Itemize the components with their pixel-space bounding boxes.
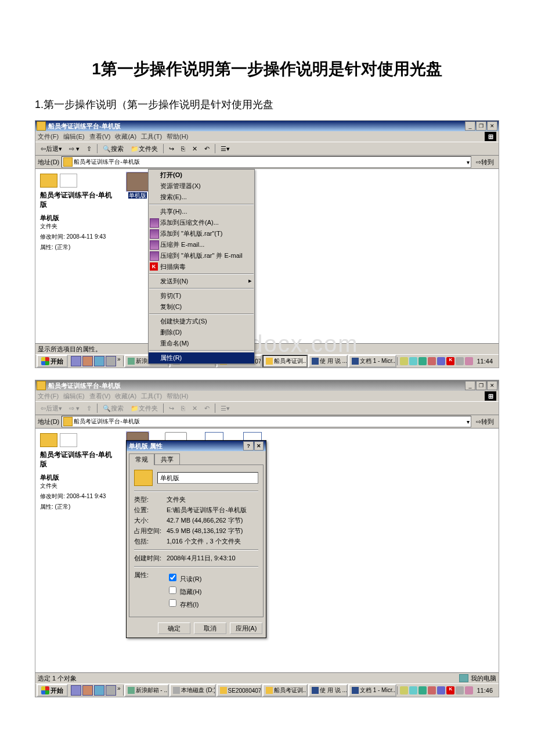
hidden-checkbox[interactable]: 隐藏(H) bbox=[167, 585, 258, 596]
cancel-button[interactable]: 取消 bbox=[194, 622, 226, 634]
tray-icon[interactable] bbox=[409, 686, 417, 694]
views-button: ☰▾ bbox=[218, 402, 233, 414]
close-button[interactable]: ✕ bbox=[254, 441, 264, 451]
tray-icon[interactable] bbox=[428, 686, 436, 694]
taskbar-item[interactable]: SE20080407 bbox=[217, 684, 262, 697]
panel-title: 船员考证训练平台-单机版 bbox=[40, 451, 116, 469]
tray-icon[interactable] bbox=[400, 357, 408, 365]
archive-checkbox[interactable]: 存档(I) bbox=[167, 597, 258, 609]
menu-explorer[interactable]: 资源管理器(X) bbox=[149, 181, 254, 192]
menu-file[interactable]: 文件(F) bbox=[38, 132, 59, 141]
menu-favorites[interactable]: 收藏(A) bbox=[115, 132, 136, 141]
maximize-button[interactable]: ❐ bbox=[476, 121, 486, 131]
ok-button[interactable]: 确定 bbox=[158, 622, 190, 634]
quicklaunch-icon[interactable] bbox=[82, 685, 93, 696]
undo-button[interactable]: ↶ bbox=[201, 143, 212, 154]
up-button[interactable]: ⇧ bbox=[84, 143, 95, 154]
menu-email-rar[interactable]: 压缩到 "单机版.rar" 并 E-mail bbox=[149, 250, 254, 261]
menu-tools: 工具(T) bbox=[141, 392, 162, 401]
address-field: 船员考证训练平台-单机版 ▾ bbox=[62, 416, 471, 427]
menu-cut[interactable]: 剪切(T) bbox=[149, 290, 254, 301]
menu-scan-virus[interactable]: K扫描病毒 bbox=[149, 261, 254, 272]
menu-shortcut[interactable]: 创建快捷方式(S) bbox=[149, 316, 254, 327]
tray-icon[interactable] bbox=[465, 357, 473, 365]
close-button[interactable]: ✕ bbox=[487, 381, 497, 390]
tray-icon[interactable]: K bbox=[446, 357, 454, 365]
taskbar-item[interactable]: 船员考证训... bbox=[262, 355, 308, 368]
taskbar-item[interactable]: 本地磁盘 (D:) bbox=[169, 684, 216, 697]
address-value: 船员考证训练平台-单机版 bbox=[74, 417, 139, 426]
quicklaunch-icon[interactable] bbox=[106, 356, 116, 366]
taskbar-item[interactable]: 船员考证训... bbox=[262, 684, 308, 697]
menu-delete[interactable]: 删除(D) bbox=[149, 327, 254, 338]
back-button[interactable]: ⇦ 后退 ▾ bbox=[38, 143, 65, 154]
menu-sendto[interactable]: 发送到(N)▸ bbox=[149, 276, 254, 287]
quicklaunch-icon[interactable] bbox=[94, 356, 104, 366]
quicklaunch-icon[interactable] bbox=[94, 685, 104, 696]
menu-open[interactable]: 打开(O) bbox=[149, 170, 254, 181]
quicklaunch-icon[interactable] bbox=[71, 685, 81, 696]
tray-icon[interactable] bbox=[400, 686, 408, 694]
quicklaunch-icon[interactable] bbox=[106, 685, 116, 696]
tray-icon[interactable] bbox=[418, 686, 427, 694]
delete-button[interactable]: ✕ bbox=[189, 143, 200, 154]
go-button[interactable]: ⇨转到 bbox=[474, 158, 496, 167]
taskbar-item[interactable]: 新浪邮箱 - ... bbox=[124, 684, 169, 697]
copy-to-button[interactable]: ⎘ bbox=[178, 143, 188, 154]
menu-add-rar[interactable]: 添加到 "单机版.rar"(T) bbox=[149, 228, 254, 239]
folder-item[interactable]: 单机版 bbox=[124, 172, 151, 199]
menu-view[interactable]: 查看(V) bbox=[89, 132, 111, 141]
tray-icon[interactable] bbox=[437, 686, 445, 694]
menu-tools[interactable]: 工具(T) bbox=[141, 132, 162, 141]
minimize-button[interactable]: _ bbox=[465, 381, 475, 390]
move-to-button[interactable]: ↪ bbox=[166, 143, 177, 154]
apply-button[interactable]: 应用(A) bbox=[230, 622, 262, 634]
menu-help[interactable]: 帮助(H) bbox=[167, 132, 188, 141]
start-button[interactable]: 开始 bbox=[37, 355, 68, 368]
taskbar-item[interactable]: 文档 1 - Micr... bbox=[348, 684, 397, 697]
maximize-button[interactable]: ❐ bbox=[476, 381, 486, 390]
menu-rename[interactable]: 重命名(M) bbox=[149, 338, 254, 349]
help-button[interactable]: ? bbox=[243, 441, 254, 451]
undo-button: ↶ bbox=[201, 402, 212, 414]
taskbar-item[interactable]: 使 用 说 ... bbox=[308, 355, 348, 368]
menu-share[interactable]: 共享(H)... bbox=[149, 206, 254, 217]
taskbar-item[interactable]: 使 用 说 ... bbox=[308, 684, 348, 697]
tray-icon[interactable] bbox=[456, 686, 464, 694]
menu-email-comp[interactable]: 压缩并 E-mail... bbox=[149, 239, 254, 250]
start-button[interactable]: 开始 bbox=[37, 684, 68, 697]
menu-edit[interactable]: 编辑(E) bbox=[63, 132, 85, 141]
tray-icon[interactable]: K bbox=[446, 686, 454, 694]
copy-to-button: ⎘ bbox=[178, 402, 188, 414]
menu-properties[interactable]: 属性(R) bbox=[149, 352, 254, 363]
move-to-button: ↪ bbox=[166, 402, 177, 414]
tray-icon[interactable] bbox=[409, 357, 417, 365]
tray-icon[interactable] bbox=[437, 357, 445, 365]
tray-icon[interactable] bbox=[465, 686, 473, 694]
windows-logo-icon bbox=[41, 357, 49, 365]
address-label: 地址(D) bbox=[38, 158, 59, 167]
forward-button[interactable]: ⇨ ▾ bbox=[66, 143, 82, 154]
search-button: 🔍搜索 bbox=[100, 402, 127, 414]
computer-icon bbox=[459, 674, 468, 682]
name-field[interactable]: 单机版 bbox=[157, 472, 258, 484]
tab-share[interactable]: 共享 bbox=[154, 453, 180, 465]
quicklaunch-icon[interactable] bbox=[71, 356, 81, 366]
search-button[interactable]: 🔍搜索 bbox=[100, 143, 127, 154]
address-field[interactable]: 船员考证训练平台-单机版 ▾ bbox=[62, 156, 471, 168]
folder-icon bbox=[37, 381, 46, 390]
views-button[interactable]: ☰▾ bbox=[218, 143, 233, 154]
folders-button[interactable]: 📁文件夹 bbox=[128, 143, 161, 154]
minimize-button[interactable]: _ bbox=[465, 121, 475, 131]
menu-add-compress[interactable]: 添加到压缩文件(A)... bbox=[149, 217, 254, 228]
close-button[interactable]: ✕ bbox=[487, 121, 497, 131]
readonly-checkbox[interactable]: 只读(R) bbox=[167, 572, 258, 584]
menu-search[interactable]: 搜索(E)... bbox=[149, 192, 254, 203]
tray-icon[interactable] bbox=[456, 357, 464, 365]
taskbar-item[interactable]: 文档 1 - Micr... bbox=[348, 355, 397, 368]
tray-icon[interactable] bbox=[418, 357, 427, 365]
tab-general[interactable]: 常规 bbox=[129, 453, 154, 465]
tray-icon[interactable] bbox=[428, 357, 436, 365]
quicklaunch-icon[interactable] bbox=[82, 356, 93, 366]
menu-copy[interactable]: 复制(C) bbox=[149, 301, 254, 312]
